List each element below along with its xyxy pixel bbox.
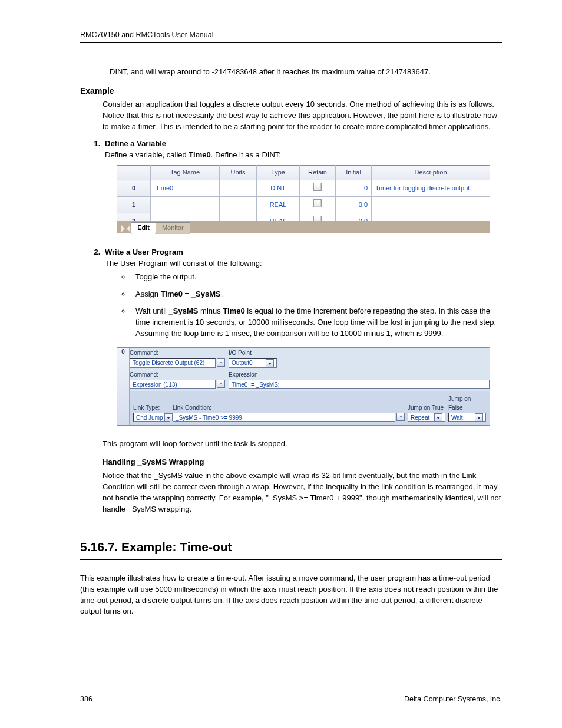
lead-fragment-paragraph: DINT, and will wrap around to -214748364… — [110, 67, 502, 78]
row1-retain[interactable] — [300, 197, 336, 213]
row0-type[interactable]: DINT — [257, 180, 300, 197]
section-5-16-7-title: 5.16.7. Example: Time-out — [80, 538, 502, 556]
chevron-down-icon[interactable] — [434, 413, 442, 421]
jump-on-false-combo[interactable]: Wait — [448, 413, 486, 422]
tab-scroll-right-icon[interactable] — [127, 225, 130, 232]
loop-time-link[interactable]: loop time — [184, 329, 215, 338]
tab-strip: EditMonitor — [117, 221, 490, 233]
step1-body: Define a variable, called Time0. Define … — [105, 150, 281, 159]
lbl-expression: Expression — [229, 371, 490, 380]
row1-type[interactable]: REAL — [257, 197, 300, 213]
command-1-combo[interactable]: Toggle Discrete Output (62) — [130, 358, 216, 368]
row2-retain[interactable] — [300, 213, 336, 222]
program-step-number: 0 — [117, 348, 130, 425]
chevron-down-icon[interactable] — [266, 359, 274, 367]
company-name: Delta Computer Systems, Inc. — [404, 694, 502, 704]
running-head: RMC70/150 and RMCTools User Manual — [80, 29, 502, 40]
loop-forever-sentence: This program will loop forever until the… — [103, 439, 502, 450]
var-row-2[interactable]: 2 REAL 0.0 — [117, 213, 490, 222]
b2-pre: Assign — [135, 289, 161, 298]
row1-desc[interactable] — [372, 197, 490, 213]
hdr-units: Units — [220, 166, 257, 180]
step1-pre: Define a variable, called — [105, 150, 189, 159]
var-row-1[interactable]: 1 REAL 0.0 — [117, 197, 490, 213]
bullet-toggle: Toggle the output. — [131, 272, 502, 283]
checkbox-icon[interactable] — [313, 199, 322, 207]
row1-units[interactable] — [220, 197, 257, 213]
row0-retain[interactable] — [300, 180, 336, 197]
chevron-down-icon[interactable] — [164, 413, 173, 421]
section-rule — [80, 559, 502, 560]
var-row-0[interactable]: 0 Time0 DINT 0 Timer for toggling discre… — [117, 180, 490, 197]
step2-bullets: Toggle the output. Assign Time0 = _SysMS… — [131, 272, 502, 339]
row2-type[interactable]: REAL — [257, 213, 300, 222]
row2-idx: 2 — [117, 213, 151, 222]
tab-edit[interactable]: Edit — [131, 222, 156, 234]
row1-idx: 1 — [117, 197, 151, 213]
jump-on-true-value: Repeat — [411, 413, 429, 422]
step2-lead: The User Program will consist of the fol… — [105, 259, 262, 268]
page-number: 386 — [80, 694, 92, 704]
command-2-value: Expression (113) — [133, 380, 177, 389]
row1-tagname[interactable] — [151, 197, 220, 213]
b2-bold2: _SysMS — [191, 289, 221, 298]
step1-title: Define a Variable — [105, 139, 166, 148]
step-define-variable: Define a Variable Define a variable, cal… — [103, 139, 502, 235]
iopoint-combo[interactable]: Output0 — [229, 358, 277, 368]
hdr-desc: Description — [372, 166, 490, 180]
row2-units[interactable] — [220, 213, 257, 222]
chevron-down-icon[interactable] — [475, 413, 483, 421]
jump-on-false-value: Wait — [451, 413, 463, 422]
footer-rule — [80, 690, 502, 690]
lbl-jump-on-true: Jump on True — [408, 404, 445, 413]
lbl-command-2: Command: — [130, 371, 225, 380]
lbl-link-type: Link Type: — [133, 404, 170, 413]
tab-scroll-left-icon[interactable] — [121, 225, 125, 232]
row2-initial[interactable]: 0.0 — [336, 213, 372, 222]
b2-mid: = — [183, 289, 191, 298]
link-type-combo[interactable]: Cnd Jump — [133, 413, 170, 422]
steps-list: Define a Variable Define a variable, cal… — [103, 139, 502, 426]
row0-units[interactable] — [220, 180, 257, 197]
lead-fragment-text: , and will wrap around to -2147483648 af… — [127, 67, 431, 76]
jump-on-true-combo[interactable]: Repeat — [408, 413, 445, 422]
row2-tagname[interactable] — [151, 213, 220, 222]
wrapping-body: Notice that the _SysMS value in the abov… — [103, 470, 502, 515]
row1-initial[interactable]: 0.0 — [336, 197, 372, 213]
row0-desc[interactable]: Timer for toggling discrete output. — [372, 180, 490, 197]
expression-field[interactable]: Time0 := _SysMS; — [229, 380, 490, 389]
wrapping-heading: Handling _SysMS Wrapping — [103, 457, 502, 468]
b2-post: . — [221, 289, 223, 298]
hdr-idx — [117, 166, 151, 180]
b2-bold1: Time0 — [161, 289, 183, 298]
step-write-user-program: Write a User Program The User Program wi… — [103, 247, 502, 426]
bullet-wait: Wait until _SysMS minus Time0 is equal t… — [131, 306, 502, 340]
row2-desc[interactable] — [372, 213, 490, 222]
step1-post: . Define it as a DINT: — [211, 150, 281, 159]
dint-link[interactable]: DINT — [110, 67, 127, 76]
row0-tagname[interactable]: Time0 — [151, 180, 220, 197]
b3-mid1: minus — [198, 307, 223, 315]
tab-monitor[interactable]: Monitor — [156, 222, 190, 234]
lbl-jump-on-false: Jump on False — [448, 395, 486, 412]
section-5-16-7-body: This example illustrates how to create a… — [80, 573, 502, 617]
iopoint-value: Output0 — [232, 358, 253, 367]
example-heading: Example — [80, 85, 502, 97]
checkbox-icon[interactable] — [313, 183, 322, 191]
link-condition-browse-button[interactable] — [396, 413, 405, 421]
command-2-browse-button[interactable] — [217, 380, 225, 388]
command-2-combo[interactable]: Expression (113) — [130, 380, 216, 389]
bullet-assign: Assign Time0 = _SysMS. — [131, 289, 502, 300]
lbl-link-condition: Link Condition: — [173, 404, 405, 413]
page-footer: 386 Delta Computer Systems, Inc. — [80, 690, 502, 704]
header-rule — [80, 42, 502, 43]
step2-title: Write a User Program — [105, 248, 183, 256]
variable-table-figure: Tag Name Units Type Retain Initial Descr… — [117, 165, 490, 234]
command-1-browse-button[interactable] — [217, 358, 225, 367]
b3-pre: Wait until — [135, 307, 169, 315]
row0-initial[interactable]: 0 — [336, 180, 372, 197]
hdr-initial: Initial — [336, 166, 372, 180]
link-condition-field[interactable]: _SysMS - Time0 >= 9999 — [173, 413, 395, 422]
hdr-retain: Retain — [300, 166, 336, 180]
lbl-command-1: Command: — [130, 349, 225, 358]
